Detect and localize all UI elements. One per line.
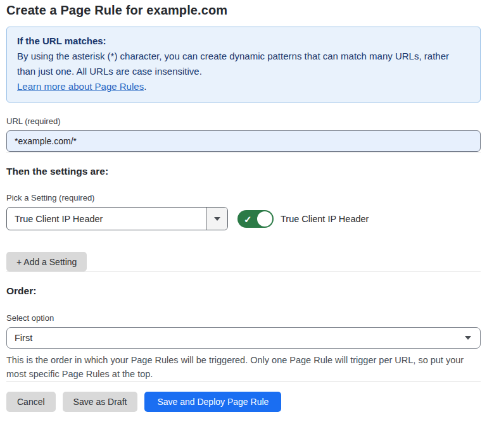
info-box-link-line: Learn more about Page Rules.: [17, 79, 470, 94]
url-label: URL (required): [6, 116, 481, 126]
info-box-body: By using the asterisk (*) character, you…: [17, 49, 470, 79]
add-setting-button[interactable]: + Add a Setting: [6, 252, 87, 271]
cancel-button[interactable]: Cancel: [6, 392, 56, 412]
create-page-rule-form: Create a Page Rule for example.com If th…: [0, 0, 487, 412]
check-icon: ✓: [244, 214, 252, 223]
setting-dropdown[interactable]: True Client IP Header: [6, 207, 228, 230]
toggle-label: True Client IP Header: [281, 214, 369, 224]
order-select-label: Select option: [6, 313, 481, 323]
info-box-heading: If the URL matches:: [17, 34, 470, 49]
setting-toggle[interactable]: ✓: [237, 210, 274, 228]
order-select-value: First: [15, 333, 32, 343]
page-title: Create a Page Rule for example.com: [6, 3, 481, 18]
order-section-heading: Order:: [6, 285, 481, 297]
divider: [6, 381, 481, 382]
caret-down-icon: [214, 217, 220, 221]
pick-setting-label: Pick a Setting (required): [6, 193, 481, 202]
url-input[interactable]: [6, 130, 481, 152]
footer-actions: Cancel Save as Draft Save and Deploy Pag…: [6, 392, 481, 412]
caret-down-icon: [465, 336, 471, 340]
order-select[interactable]: First: [6, 327, 481, 349]
link-period: .: [144, 81, 146, 92]
divider: [6, 152, 481, 152]
setting-toggle-group: ✓ True Client IP Header: [237, 210, 369, 228]
settings-row: True Client IP Header ✓ True Client IP H…: [6, 207, 481, 230]
settings-section-heading: Then the settings are:: [6, 166, 481, 177]
toggle-knob: [257, 211, 272, 227]
setting-dropdown-value: True Client IP Header: [7, 214, 206, 224]
order-help-text: This is the order in which your Page Rul…: [6, 353, 481, 381]
learn-more-link[interactable]: Learn more about Page Rules: [17, 81, 144, 92]
divider: [6, 271, 481, 272]
url-match-info-box: If the URL matches: By using the asteris…: [6, 27, 481, 103]
setting-dropdown-caret-button[interactable]: [206, 208, 227, 230]
save-and-deploy-button[interactable]: Save and Deploy Page Rule: [144, 392, 281, 412]
save-as-draft-button[interactable]: Save as Draft: [63, 392, 138, 412]
